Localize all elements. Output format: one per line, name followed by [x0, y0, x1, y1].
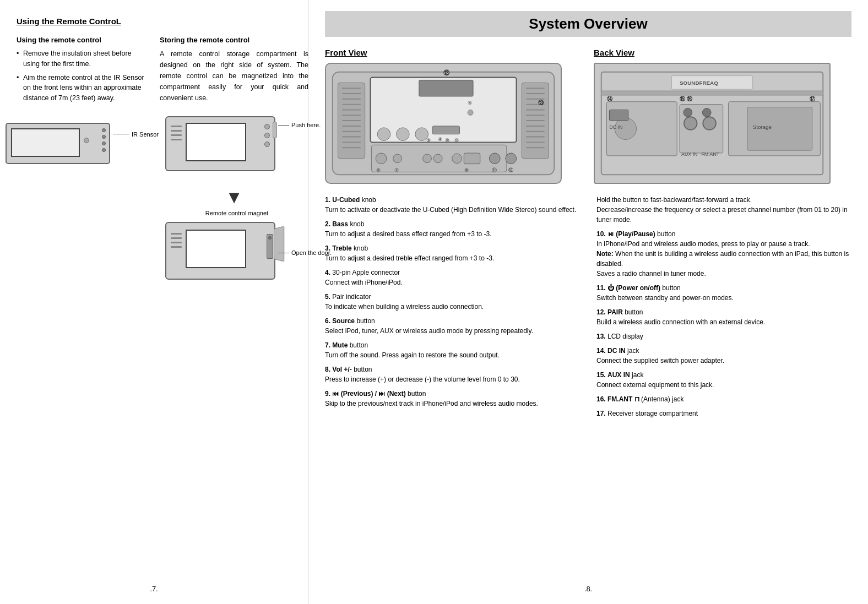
- instr-item-9: 9. ⏮ (Previous) / ⏭ (Next) button Skip t…: [325, 389, 580, 409]
- dot-4: [102, 148, 106, 152]
- grille-2-4: [171, 246, 182, 248]
- right-page: System Overview Front View: [308, 0, 868, 604]
- remote-dot: [268, 236, 272, 240]
- storage-top-illustration: Push here.: [160, 113, 314, 185]
- svg-point-42: [376, 153, 387, 164]
- grille-2-1: [171, 233, 182, 235]
- push-line: [278, 125, 289, 126]
- instr-item-4: 4. 30-pin Apple connector Connect with i…: [325, 268, 580, 287]
- svg-point-65: [684, 117, 697, 130]
- svg-point-50: [452, 154, 462, 164]
- control-dots: [102, 128, 106, 152]
- front-view-svg: ⑬ ① ② ③ ④ ⑤ ⑬: [326, 64, 561, 183]
- open-compartment: [274, 226, 284, 262]
- svg-text:⑬: ⑬: [538, 100, 544, 106]
- svg-text:⑤: ⑤: [468, 100, 472, 106]
- instructions-col-left: 1. U-Cubed knob Turn to activate or deac…: [325, 195, 580, 423]
- device-screen-2: [186, 123, 246, 161]
- instructions-row: 1. U-Cubed knob Turn to activate or deac…: [325, 195, 851, 423]
- instruction-list-right: Hold the button to fast-backward/fast-fo…: [596, 195, 851, 418]
- grille-4: [171, 139, 182, 140]
- instr-item-3: 3. Treble knob Turn to adjust a desired …: [325, 243, 580, 263]
- device-body: [6, 123, 110, 164]
- storing-remote-col: Storing the remote control A remote cont…: [160, 36, 308, 291]
- remote-inside: [267, 234, 273, 259]
- svg-rect-36: [432, 126, 459, 134]
- grille-2: [171, 130, 182, 132]
- dot-2: [102, 135, 106, 139]
- svg-text:DC IN: DC IN: [609, 124, 622, 130]
- svg-text:④: ④: [438, 137, 442, 142]
- back-view-image: SOUNDFREAQ ⑭ ⑮ ⑯: [594, 63, 831, 184]
- svg-point-31: [397, 128, 410, 141]
- device-screen: [11, 128, 80, 157]
- knob-3: [264, 142, 270, 147]
- svg-rect-28: [419, 80, 473, 96]
- left-page: Using the Remote ControL Using the remot…: [0, 0, 308, 604]
- svg-text:⑨: ⑨: [426, 138, 431, 143]
- svg-text:⑩: ⑩: [454, 138, 459, 143]
- svg-text:⑰: ⑰: [810, 96, 816, 102]
- instr-item-11: 11. ⏻ (Power on/off) button Switch betwe…: [596, 283, 851, 303]
- back-view-title: Back View: [594, 48, 851, 57]
- bullet-item-1: Remove the insulation sheet before using…: [17, 48, 149, 69]
- knob-2: [264, 133, 270, 138]
- left-page-num: .7.: [150, 585, 158, 593]
- instr-item-14: 14. DC IN jack Connect the supplied swit…: [596, 346, 851, 366]
- front-view-title: Front View: [325, 48, 583, 57]
- svg-text:⑥: ⑥: [376, 167, 381, 173]
- storage-device-body-2: [165, 222, 275, 280]
- system-overview-title: System Overview: [325, 11, 851, 37]
- push-indicator: [273, 122, 277, 138]
- instr-item-16: 16. FM.ANT ⊓ (Antenna) jack: [596, 394, 851, 404]
- grille-2-2: [171, 237, 182, 239]
- right-knobs: [264, 124, 270, 147]
- storage-device-body: [165, 116, 275, 171]
- instr-item-5: 5. Pair indicator To indicate when build…: [325, 292, 580, 312]
- svg-text:⑦: ⑦: [394, 167, 399, 173]
- svg-point-46: [423, 154, 432, 163]
- svg-point-54: [489, 153, 500, 164]
- svg-text:AUX IN: AUX IN: [681, 151, 697, 157]
- svg-point-73: [683, 108, 692, 117]
- svg-point-56: [506, 153, 517, 164]
- bullet-list: Remove the insulation sheet before using…: [17, 48, 149, 104]
- device-illustration-area: IR Sensor: [17, 115, 149, 175]
- remote-magnet-label-text: Remote control magnet: [160, 210, 314, 216]
- svg-text:⑮ ⑯: ⑮ ⑯: [680, 96, 693, 102]
- svg-text:⑧: ⑧: [464, 167, 469, 173]
- svg-text:⑩: ⑩: [445, 138, 449, 143]
- svg-point-66: [703, 117, 716, 130]
- open-line: [278, 253, 289, 253]
- svg-text:⑪: ⑪: [492, 167, 497, 173]
- instr-item-1: 1. U-Cubed knob Turn to activate or deac…: [325, 195, 580, 215]
- section-title: Using the Remote ControL: [17, 17, 291, 26]
- instr-item-12: 12. PAIR button Build a wireless audio c…: [596, 307, 851, 327]
- instr-item-17: 17. Receiver storage compartment: [596, 409, 851, 418]
- instruction-list-left: 1. U-Cubed knob Turn to activate or deac…: [325, 195, 580, 409]
- back-view-section: Back View SOUNDFREAQ: [594, 48, 851, 184]
- grille-3: [171, 134, 182, 136]
- instr-item-15: 15. AUX IN jack Connect external equipme…: [596, 370, 851, 390]
- svg-point-30: [377, 128, 390, 141]
- storing-heading: Storing the remote control: [160, 36, 308, 44]
- instr-item-2: 2. Bass knob Turn to adjust a desired ba…: [325, 219, 580, 239]
- instr-item-10: 10. ⏯ (Play/Pause) button In iPhone/iPod…: [596, 229, 851, 279]
- right-page-num: .8.: [584, 585, 592, 593]
- bullet-item-2: Aim the remote control at the IR Sensor …: [17, 73, 149, 104]
- svg-point-47: [433, 154, 442, 163]
- device-screen-3: [186, 230, 246, 268]
- ir-sensor-label: IR Sensor: [132, 131, 159, 138]
- ir-sensor-illustration: IR Sensor: [6, 115, 160, 175]
- using-remote-col: Using the remote control Remove the insu…: [17, 36, 149, 291]
- svg-text:FM.ANT: FM.ANT: [701, 151, 719, 157]
- ir-line: [113, 134, 129, 134]
- svg-rect-71: [609, 110, 628, 121]
- instr-item-13: 13. LCD display: [596, 331, 851, 341]
- ir-sensor-label-group: IR Sensor: [113, 131, 159, 138]
- using-remote-heading: Using the remote control: [17, 36, 149, 44]
- dot-3: [102, 142, 106, 145]
- front-view-image: ⑬ ① ② ③ ④ ⑤ ⑬: [325, 63, 562, 184]
- svg-rect-52: [464, 153, 480, 164]
- dot-1: [102, 128, 106, 132]
